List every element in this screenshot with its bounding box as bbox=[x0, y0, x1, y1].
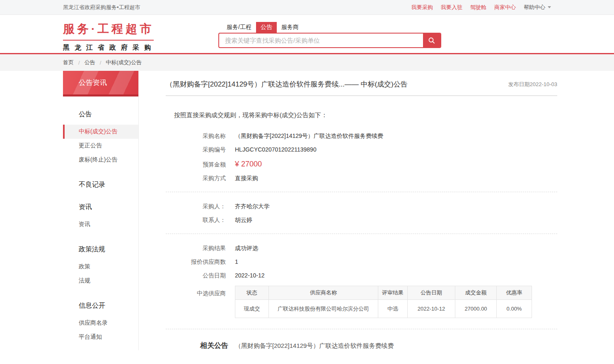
logo-title: 服务·工程超市 bbox=[63, 21, 154, 41]
intro-text: 按照直接采购成交规则，现将采购中标(成交)公告如下： bbox=[174, 111, 557, 119]
search-button[interactable] bbox=[423, 34, 440, 47]
table-header-cell: 公告日期 bbox=[408, 286, 455, 300]
help-center-label: 帮助中心 bbox=[524, 4, 545, 11]
field-label: 联系人： bbox=[166, 217, 226, 224]
logo-subtitle: 黑龙江省政府采购 bbox=[63, 43, 218, 52]
field-label: 采购人： bbox=[166, 203, 226, 210]
site-title: 黑龙江省政府采购服务•工程超市 bbox=[63, 4, 140, 11]
field-label: 采购结果 bbox=[166, 245, 226, 252]
field-label: 预算金额 bbox=[166, 161, 226, 169]
search-tabs: 服务/工程公告服务商 bbox=[222, 22, 441, 33]
table-cell: 广联达科技股份有限公司哈尔滨分公司 bbox=[269, 300, 378, 318]
field-label: 公告日期 bbox=[166, 272, 226, 280]
related-title: 相关公告 bbox=[200, 341, 228, 350]
field-row: 报价供应商数1 bbox=[166, 258, 557, 266]
section-divider bbox=[166, 192, 557, 192]
publish-date: 发布日期2022-10-03 bbox=[508, 81, 558, 88]
topbar-link[interactable]: 驾驶舱 bbox=[470, 4, 486, 11]
table-header-cell: 状态 bbox=[235, 286, 269, 300]
search-area: 服务/工程公告服务商 bbox=[218, 15, 441, 53]
sidebar: 公告资讯 公告中标(成交)公告更正公告废标(终止)公告不良记录资讯资讯政策法规政… bbox=[63, 71, 139, 350]
sidebar-menu: 公告中标(成交)公告更正公告废标(终止)公告不良记录资讯资讯政策法规政策法规信息… bbox=[63, 110, 138, 344]
sidebar-item[interactable]: 废标(终止)公告 bbox=[63, 153, 138, 167]
field-row: 公告日期2022-10-12 bbox=[166, 272, 557, 280]
field-label: 采购方式 bbox=[166, 175, 226, 182]
help-center-menu[interactable]: 帮助中心 bbox=[524, 4, 551, 11]
breadcrumb: 首页/公告/中标(成交)公告 bbox=[63, 59, 142, 66]
field-label: 采购编号 bbox=[166, 146, 226, 154]
field-row: 采购人：齐齐哈尔大学 bbox=[166, 203, 557, 210]
field-value: HLJGCYC02070120221139890 bbox=[235, 146, 317, 153]
fields-basic: 采购名称（黑财购备字[2022]14129号）广联达造价软件服务费续费采购编号H… bbox=[166, 133, 557, 182]
table-cell: 2022-10-12 bbox=[408, 300, 455, 318]
table-header-cell: 优惠率 bbox=[497, 286, 532, 300]
field-value: 直接采购 bbox=[235, 175, 258, 182]
topbar: 黑龙江省政府采购服务•工程超市 我要采购我要入驻驾驶舱商家中心 帮助中心 bbox=[0, 0, 614, 15]
sidebar-section-title[interactable]: 公告 bbox=[63, 110, 138, 119]
search-tab-服务商[interactable]: 服务商 bbox=[277, 22, 303, 33]
field-value: 齐齐哈尔大学 bbox=[235, 203, 270, 210]
supplier-table: 状态供应商名称评审结果公告日期成交金额优惠率 现成交广联达科技股份有限公司哈尔滨… bbox=[235, 286, 532, 318]
section-divider bbox=[166, 234, 557, 234]
breadcrumb-item[interactable]: 首页 bbox=[63, 59, 74, 66]
field-row: 采购名称（黑财购备字[2022]14129号）广联达造价软件服务费续费 bbox=[166, 133, 557, 140]
field-value: ¥ 27000 bbox=[235, 160, 262, 169]
breadcrumb-separator: / bbox=[100, 60, 102, 66]
site-header: 服务·工程超市 黑龙江省政府采购 服务/工程公告服务商 bbox=[0, 15, 614, 54]
table-header-cell: 供应商名称 bbox=[269, 286, 378, 300]
announcement-article: （黑财购备字[2022]14129号）广联达造价软件服务费续...—— 中标(成… bbox=[166, 71, 557, 350]
supplier-table-label: 中选供应商 bbox=[166, 286, 226, 318]
logo: 服务·工程超市 黑龙江省政府采购 bbox=[63, 15, 218, 53]
table-row: 现成交广联达科技股份有限公司哈尔滨分公司中选2022-10-1227000.00… bbox=[235, 300, 532, 318]
sidebar-item[interactable]: 政策 bbox=[63, 260, 138, 274]
field-value: （黑财购备字[2022]14129号）广联达造价软件服务费续费 bbox=[235, 133, 383, 140]
table-header-cell: 评审结果 bbox=[378, 286, 408, 300]
table-cell: 0.00% bbox=[497, 300, 532, 318]
related-announcement-link[interactable]: （黑财购备字[2022]14129号）广联达造价软件服务费续费 bbox=[235, 342, 394, 350]
table-cell: 中选 bbox=[378, 300, 408, 318]
search-tab-服务/工程[interactable]: 服务/工程 bbox=[222, 22, 256, 33]
sidebar-item[interactable]: 法规 bbox=[63, 274, 138, 288]
supplier-table-section: 中选供应商 状态供应商名称评审结果公告日期成交金额优惠率 现成交广联达科技股份有… bbox=[166, 286, 557, 318]
sidebar-item[interactable]: 中标(成交)公告 bbox=[63, 125, 138, 139]
field-row: 采购方式直接采购 bbox=[166, 175, 557, 182]
section-divider bbox=[166, 329, 557, 329]
breadcrumb-item: 中标(成交)公告 bbox=[106, 59, 142, 66]
breadcrumb-separator: / bbox=[78, 60, 80, 66]
sidebar-section-title[interactable]: 不良记录 bbox=[63, 181, 138, 189]
sidebar-item[interactable]: 更正公告 bbox=[63, 139, 138, 153]
table-header-cell: 成交金额 bbox=[455, 286, 497, 300]
sidebar-item[interactable]: 资讯 bbox=[63, 217, 138, 231]
topbar-link[interactable]: 商家中心 bbox=[494, 4, 516, 11]
fields-result: 采购结果成功评选报价供应商数1公告日期2022-10-12 bbox=[166, 245, 557, 280]
chevron-down-icon bbox=[548, 6, 551, 8]
field-label: 采购名称 bbox=[166, 133, 226, 140]
field-value: 1 bbox=[235, 258, 238, 265]
related-announcements: 相关公告 （黑财购备字[2022]14129号）广联达造价软件服务费续费 bbox=[166, 341, 557, 350]
search-input[interactable] bbox=[219, 34, 423, 47]
sidebar-item[interactable]: 平台通知 bbox=[63, 330, 138, 344]
field-value: 2022-10-12 bbox=[235, 272, 265, 279]
page-title: （黑财购备字[2022]14129号）广联达造价软件服务费续...—— 中标(成… bbox=[166, 80, 408, 89]
supplier-table-header-row: 状态供应商名称评审结果公告日期成交金额优惠率 bbox=[235, 286, 532, 300]
field-value: 成功评选 bbox=[235, 245, 258, 252]
search-tab-公告[interactable]: 公告 bbox=[256, 22, 277, 33]
breadcrumb-bar: 首页/公告/中标(成交)公告 bbox=[0, 54, 614, 71]
field-row: 采购结果成功评选 bbox=[166, 245, 557, 252]
field-row: 预算金额¥ 27000 bbox=[166, 160, 557, 169]
field-row: 采购编号HLJGCYC02070120221139890 bbox=[166, 146, 557, 154]
field-value: 胡云婷 bbox=[235, 217, 252, 224]
breadcrumb-item[interactable]: 公告 bbox=[85, 59, 95, 66]
title-divider bbox=[166, 95, 557, 96]
table-cell: 现成交 bbox=[235, 300, 269, 318]
topbar-link[interactable]: 我要采购 bbox=[411, 4, 433, 11]
field-label: 报价供应商数 bbox=[166, 258, 226, 266]
sidebar-section-title[interactable]: 信息公开 bbox=[63, 301, 138, 310]
sidebar-section-title[interactable]: 资讯 bbox=[63, 203, 138, 212]
fields-contact: 采购人：齐齐哈尔大学联系人：胡云婷 bbox=[166, 203, 557, 224]
sidebar-header: 公告资讯 bbox=[63, 71, 138, 96]
sidebar-item[interactable]: 供应商名录 bbox=[63, 316, 138, 330]
topbar-link[interactable]: 我要入驻 bbox=[441, 4, 462, 11]
sidebar-section-title[interactable]: 政策法规 bbox=[63, 245, 138, 254]
table-cell: 27000.00 bbox=[455, 300, 497, 318]
